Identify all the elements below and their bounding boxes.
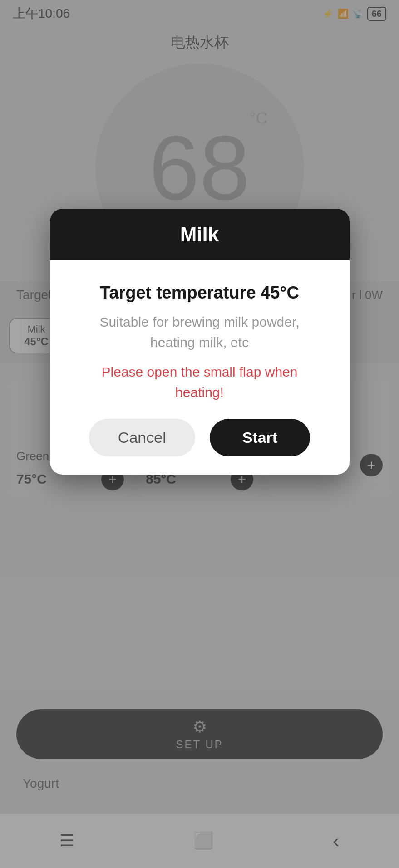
modal-body: Target temperature 45°C Suitable for bre… xyxy=(50,260,350,475)
modal-title: Milk xyxy=(180,223,219,245)
modal-description: Suitable for brewing milk powder,heating… xyxy=(99,312,299,353)
modal-header: Milk xyxy=(50,209,350,260)
modal-dialog: Milk Target temperature 45°C Suitable fo… xyxy=(50,209,350,475)
modal-warning: Please open the small flap whenheating! xyxy=(102,362,298,402)
start-button[interactable]: Start xyxy=(210,419,310,456)
modal-overlay: Milk Target temperature 45°C Suitable fo… xyxy=(0,0,399,868)
modal-buttons: Cancel Start xyxy=(73,419,327,456)
cancel-button[interactable]: Cancel xyxy=(89,419,195,456)
modal-temp-title: Target temperature 45°C xyxy=(100,283,299,303)
